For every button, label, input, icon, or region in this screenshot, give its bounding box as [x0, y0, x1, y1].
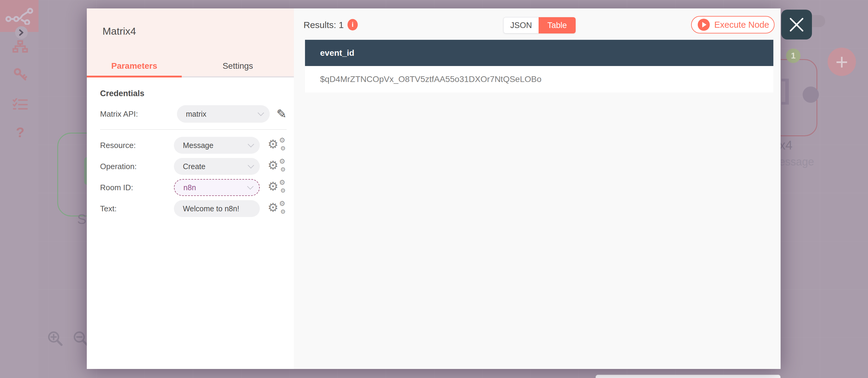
execute-node-label: Execute Node	[714, 20, 769, 30]
node-output-connector[interactable]	[803, 87, 819, 103]
sidebar-item-executions[interactable]	[11, 96, 29, 112]
left-sidebar	[0, 0, 38, 378]
room-id-select[interactable]: n8n	[174, 179, 260, 196]
table-header-event-id: event_id	[320, 48, 354, 58]
active-tab-underline	[87, 76, 182, 77]
node-details-modal: Matrix4 Parameters Settings Credentials …	[87, 8, 781, 369]
operation-label: Operation:	[100, 162, 174, 171]
text-value: Welcome to n8n!	[183, 204, 253, 213]
gear-icon: ⚙	[279, 179, 285, 186]
gear-icon: ⚙	[268, 159, 278, 171]
checklist-icon	[13, 98, 28, 110]
gear-icon: ⚙	[279, 200, 285, 207]
parameters-form: Credentials Matrix API: matrix ✎ Resourc…	[87, 77, 294, 217]
results-count: Results: 1	[304, 20, 344, 30]
divider	[100, 129, 287, 130]
table-cell-event-id: $qD4MrZTNCOpVx_O8TV5ztfAA55o31DXOr7NtQSe…	[320, 74, 541, 84]
close-modal-button[interactable]	[781, 10, 812, 39]
gear-icon: ⚙	[268, 138, 278, 150]
resource-select[interactable]: Message	[174, 137, 260, 154]
text-input[interactable]: Welcome to n8n!	[174, 200, 260, 217]
gear-icon: ⚙	[280, 166, 286, 172]
text-options-button[interactable]: ⚙ ⚙ ⚙	[268, 200, 287, 217]
parameters-panel: Matrix4 Parameters Settings Credentials …	[87, 8, 294, 369]
param-row-resource: Resource: Message ⚙ ⚙ ⚙	[100, 137, 287, 154]
magnifier-plus-icon	[46, 330, 64, 347]
gear-icon: ⚙	[280, 145, 286, 151]
node-header: Matrix4 Parameters Settings	[87, 8, 294, 77]
operation-options-button[interactable]: ⚙ ⚙ ⚙	[268, 158, 287, 175]
execute-node-button[interactable]: Execute Node	[691, 16, 775, 33]
sidebar-expand-button[interactable]	[15, 26, 28, 39]
sitemap-icon	[12, 40, 28, 53]
gear-icon: ⚙	[280, 188, 286, 193]
matrix-node-label: x4	[779, 138, 792, 153]
gear-icon: ⚙	[280, 209, 286, 215]
sidebar-item-help[interactable]: ?	[11, 125, 29, 140]
start-node-label: S	[77, 211, 87, 227]
param-row-operation: Operation: Create ⚙ ⚙ ⚙	[100, 158, 287, 175]
chevron-down-icon	[248, 162, 254, 168]
edit-credential-button[interactable]: ✎	[276, 108, 287, 120]
close-icon	[789, 18, 804, 32]
sidebar-item-workflows[interactable]	[11, 39, 29, 54]
toast-sliver	[595, 375, 781, 378]
view-toggle: JSON Table	[503, 17, 576, 33]
operation-select[interactable]: Create	[174, 158, 260, 175]
credential-value: matrix	[186, 110, 259, 119]
resource-label: Resource:	[100, 141, 174, 150]
room-id-options-button[interactable]: ⚙ ⚙ ⚙	[268, 179, 287, 196]
param-row-text: Text: Welcome to n8n! ⚙ ⚙ ⚙	[100, 200, 287, 217]
tab-settings[interactable]: Settings	[182, 56, 294, 76]
tab-parameters[interactable]: Parameters	[87, 56, 182, 76]
toggle-json-button[interactable]: JSON	[503, 17, 538, 33]
node-title: Matrix4	[102, 25, 136, 37]
param-row-room-id: Room ID: n8n ⚙ ⚙ ⚙	[100, 179, 287, 196]
items-count-badge: 1	[786, 49, 801, 63]
key-icon	[13, 67, 27, 82]
zoom-in-button[interactable]	[46, 330, 64, 347]
gear-icon: ⚙	[268, 201, 278, 213]
results-table: event_id $qD4MrZTNCOpVx_O8TV5ztfAA55o31D…	[305, 40, 773, 93]
text-label: Text:	[100, 204, 174, 213]
resource-options-button[interactable]: ⚙ ⚙ ⚙	[268, 137, 287, 154]
table-row: $qD4MrZTNCOpVx_O8TV5ztfAA55o31DXOr7NtQSe…	[305, 66, 773, 93]
room-id-value: n8n	[184, 183, 248, 192]
play-icon	[698, 19, 710, 31]
credential-row: Matrix API: matrix ✎	[100, 105, 287, 123]
operation-value: Create	[183, 162, 249, 171]
chevron-down-icon	[248, 141, 254, 148]
n8n-logo-icon	[5, 7, 33, 25]
credential-select[interactable]: matrix	[177, 105, 270, 123]
resource-value: Message	[183, 141, 249, 150]
credential-label: Matrix API:	[100, 109, 177, 119]
gear-icon: ⚙	[279, 137, 285, 144]
question-icon: ?	[16, 124, 24, 140]
toggle-table-button[interactable]: Table	[538, 17, 576, 33]
results-panel: Results: 1 i JSON Table Execute Node eve…	[294, 8, 781, 369]
matrix-node-icon: ]	[781, 73, 790, 105]
tab-bar: Parameters Settings	[87, 56, 294, 76]
credentials-heading: Credentials	[100, 88, 287, 99]
table-header-row: event_id	[305, 40, 773, 66]
room-id-label: Room ID:	[100, 183, 174, 192]
chevron-right-icon	[19, 29, 24, 36]
chevron-down-icon	[247, 183, 253, 190]
gear-icon: ⚙	[279, 158, 285, 165]
sidebar-item-credentials[interactable]	[11, 67, 29, 82]
matrix-node-subtitle: essage	[779, 156, 814, 168]
info-icon[interactable]: i	[347, 19, 358, 30]
chevron-down-icon	[258, 110, 264, 116]
gear-icon: ⚙	[268, 180, 278, 192]
pencil-icon: ✎	[276, 107, 287, 121]
add-node-button[interactable]: +	[828, 48, 856, 76]
items-count: 1	[791, 51, 796, 61]
